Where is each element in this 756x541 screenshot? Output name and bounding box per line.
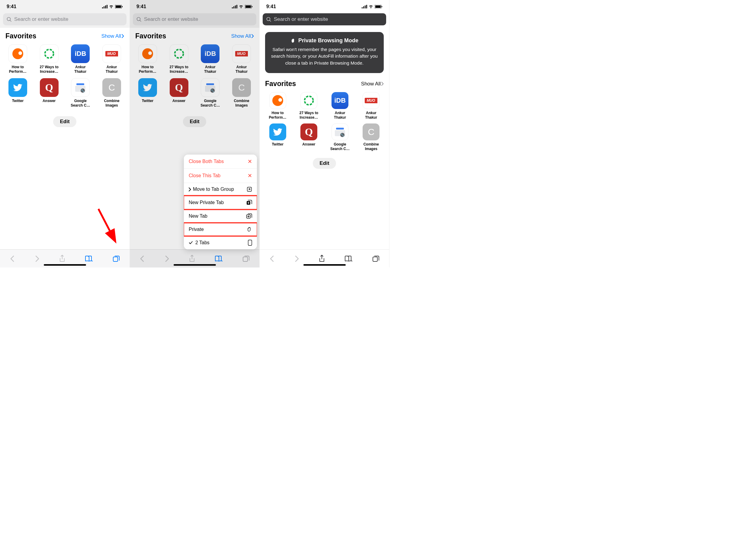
tabs-button[interactable] [113,255,120,263]
status-indicators [362,5,382,8]
favorite-semrush[interactable]: How toPerform… [5,44,30,74]
show-all-link[interactable]: Show All [361,81,384,87]
svg-rect-18 [252,6,253,7]
favorite-idb[interactable]: iDBAnkurThakur [198,44,223,74]
favorite-label: AnkurThakur [334,111,346,120]
chevron-right-icon [122,34,124,38]
svg-point-9 [45,50,53,58]
annotation-arrow [97,207,121,247]
favorite-muo[interactable]: MUOAnkurThakur [99,44,124,74]
favorite-twitter[interactable]: Twitter [135,78,160,108]
favorite-neilpatel[interactable]: 27 Ways toIncrease… [167,44,191,74]
favorite-google-search-console[interactable]: 🔧GoogleSearch C… [198,78,223,108]
favorite-muo[interactable]: MUOAnkurThakur [229,44,254,74]
search-input-private[interactable]: Search or enter website [263,13,386,25]
favorite-google-search-console[interactable]: 🔧GoogleSearch C… [328,124,353,151]
wifi-icon [109,5,114,8]
favorite-quora[interactable]: QAnswer [296,124,321,151]
svg-rect-13 [233,6,234,8]
favorite-idb[interactable]: iDBAnkurThakur [328,92,353,120]
favorite-combine-images[interactable]: CCombineImages [99,78,124,108]
forward-button[interactable] [294,256,300,262]
back-button[interactable] [269,256,275,262]
private-mode-card: Private Browsing Mode Safari won't remem… [265,32,384,73]
favorite-neilpatel[interactable]: 27 Ways toIncrease… [296,92,321,120]
menu-close-both[interactable]: Close Both Tabs ✕ [184,155,257,169]
menu-new-tab[interactable]: New Tab [184,210,257,223]
search-input[interactable]: Search or enter website [3,13,127,25]
favorite-quora[interactable]: QAnswer [37,78,62,108]
menu-private[interactable]: Private [184,223,257,236]
search-input[interactable]: Search or enter website [133,13,256,25]
favorite-label: 27 Ways toIncrease… [170,65,188,74]
favorite-quora[interactable]: QAnswer [167,78,191,108]
bookmarks-button[interactable] [85,256,93,262]
favorite-label: AnkurThakur [204,65,216,74]
search-icon [7,17,12,22]
bookmarks-button[interactable] [345,256,353,262]
favorite-google-search-console[interactable]: 🔧GoogleSearch C… [68,78,93,108]
close-icon: ✕ [248,158,252,165]
favorite-label: 27 Ways toIncrease… [300,111,318,120]
favorite-label: CombineImages [364,142,379,151]
search-placeholder: Search or enter website [274,16,328,22]
favorites-grid: How toPerform…27 Ways toIncrease…iDBAnku… [5,44,124,108]
status-time: 9:41 [266,4,276,9]
favorite-label: AnkurThakur [365,111,377,120]
tabs-button[interactable] [372,255,379,263]
favorite-muo[interactable]: MUOAnkurThakur [359,92,384,120]
svg-rect-25 [248,240,252,246]
menu-two-tabs[interactable]: 2 Tabs [184,236,257,250]
hand-icon [291,38,296,43]
menu-close-this[interactable]: Close This Tab ✕ [184,169,257,183]
status-bar: 9:41 [130,0,259,13]
favorite-twitter[interactable]: Twitter [265,124,290,151]
wifi-icon [369,5,374,8]
chevron-right-icon [381,82,384,86]
svg-rect-14 [235,5,236,8]
favorites-title: Favorites [5,32,36,40]
favorite-label: Twitter [142,99,153,103]
home-indicator [174,264,216,266]
favorite-label: Twitter [272,142,283,147]
share-button[interactable] [189,255,195,263]
favorites-grid: How toPerform…27 Ways toIncrease…iDBAnku… [265,92,384,151]
favorite-twitter[interactable]: Twitter [5,78,30,108]
search-placeholder: Search or enter website [144,16,198,22]
favorite-label: How toPerform… [9,65,27,74]
menu-move-to-group[interactable]: Move to Tab Group [184,183,257,196]
chevron-right-icon [189,188,191,192]
show-all-link[interactable]: Show All [231,33,254,39]
forward-button[interactable] [34,256,40,262]
signal-icon [232,5,237,8]
svg-line-8 [10,20,11,21]
show-all-link[interactable]: Show All [101,33,124,39]
favorites-title: Favorites [265,80,296,88]
favorite-semrush[interactable]: How toPerform… [265,92,290,120]
svg-point-21 [175,50,183,58]
share-button[interactable] [319,255,325,263]
share-button[interactable] [59,255,65,263]
chevron-right-icon [252,34,254,38]
favorite-combine-images[interactable]: CCombineImages [229,78,254,108]
edit-button[interactable]: Edit [313,158,336,169]
bookmarks-button[interactable] [215,256,223,262]
favorite-neilpatel[interactable]: 27 Ways toIncrease… [37,44,62,74]
back-button[interactable] [10,256,15,262]
forward-button[interactable] [164,256,170,262]
favorite-idb[interactable]: iDBAnkurThakur [68,44,93,74]
favorite-label: AnkurThakur [106,65,118,74]
menu-new-private-tab[interactable]: New Private Tab [184,196,257,210]
favorite-semrush[interactable]: How toPerform… [135,44,160,74]
favorite-label: 27 Ways toIncrease… [40,65,59,74]
svg-line-10 [98,209,115,240]
tabs-button[interactable] [243,255,250,263]
back-button[interactable] [140,256,145,262]
favorite-combine-images[interactable]: CCombineImages [359,124,384,151]
favorite-label: How toPerform… [269,111,287,120]
search-icon [137,17,142,22]
favorites-title: Favorites [135,32,166,40]
edit-button[interactable]: Edit [53,116,76,127]
svg-rect-3 [107,5,108,8]
edit-button[interactable]: Edit [183,116,206,127]
